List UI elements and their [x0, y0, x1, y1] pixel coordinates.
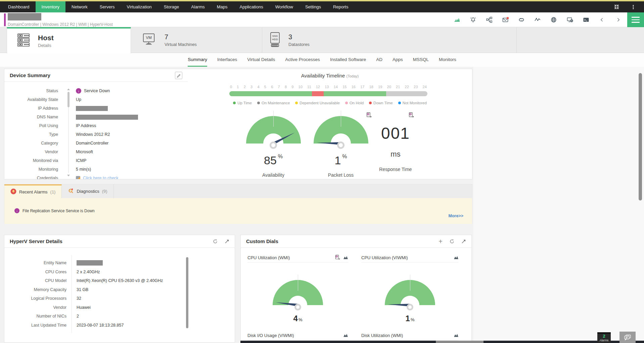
hyperv-scrollbar[interactable]	[186, 257, 188, 328]
response-time-value: 001	[362, 124, 429, 142]
nav-item-virtualization[interactable]: Virtualization	[121, 1, 158, 12]
alarm-message: File Replication Service Service is Down	[22, 209, 95, 213]
hour-tick: 12	[316, 85, 320, 89]
hour-tick: 22	[405, 85, 409, 89]
nav-item-reports[interactable]: Reports	[327, 1, 355, 12]
horizontal-scrollbar-thumb[interactable]	[436, 341, 484, 343]
tab-mssql[interactable]: MSSQL	[413, 53, 429, 67]
expand-icon[interactable]	[461, 239, 466, 244]
nav-item-inventory[interactable]: Inventory	[36, 1, 65, 12]
topology-icon[interactable]	[486, 16, 493, 23]
nav-item-dashboard[interactable]: Dashboard	[2, 1, 36, 12]
terminal-icon[interactable]	[582, 16, 590, 23]
remote-desktop-disabled-icon[interactable]	[566, 16, 573, 23]
alarm-message-row[interactable]: ↓ File Replication Service Service is Do…	[14, 208, 95, 213]
vm-label: Virtual Machines	[165, 42, 197, 47]
nav-item-applications[interactable]: Applications	[234, 1, 269, 12]
graph-icon[interactable]	[454, 255, 459, 261]
tab-active-processes[interactable]: Active Processes	[285, 53, 320, 67]
nav-item-settings[interactable]: Settings	[299, 1, 327, 12]
field-row-last-updated-time: Last Updated Time2023-08-07 18:13:28.857	[4, 321, 235, 330]
report-icon[interactable]	[335, 254, 340, 261]
recent-alarms-label: Recent Alarms	[19, 189, 48, 194]
tab-installed-software[interactable]: Installed Software	[330, 53, 366, 67]
horizontal-scrollbar[interactable]	[240, 341, 644, 343]
response-time-unit: ms	[362, 150, 429, 159]
graph-icon[interactable]	[343, 255, 348, 261]
chat-icon[interactable]	[619, 332, 636, 343]
host-rack-icon	[16, 33, 31, 49]
alarm-badge-label: Alarms	[597, 339, 611, 342]
graph-icon[interactable]	[343, 333, 348, 339]
field-row-dns-name: DNS Name	[4, 113, 188, 121]
chevron-left-icon[interactable]	[598, 16, 606, 23]
hour-tick: 2	[244, 85, 246, 89]
nav-item-workflow[interactable]: Workflow	[269, 1, 299, 12]
add-dial-button[interactable]: +	[439, 238, 443, 245]
tab-virtual-details[interactable]: Virtual Details	[247, 53, 275, 67]
field-value	[77, 260, 103, 266]
hamburger-menu-button[interactable]	[627, 12, 644, 27]
field-value: ICMP	[76, 158, 86, 163]
tab-interfaces[interactable]: Interfaces	[217, 53, 237, 67]
alarm-count-badge[interactable]: 2 Alarms	[597, 332, 611, 343]
nav-item-maps[interactable]: Maps	[211, 1, 234, 12]
entity-card-host[interactable]: Host Details	[7, 27, 131, 53]
availability-gauge	[246, 116, 301, 144]
alarm-bell-badge-icon	[10, 188, 16, 195]
field-value	[76, 115, 138, 120]
nav-item-storage[interactable]: Storage	[158, 1, 185, 12]
refresh-icon[interactable]	[449, 239, 455, 244]
field-label: Status	[4, 89, 58, 93]
compress-icon[interactable]	[613, 4, 620, 10]
mail-notification-icon[interactable]	[502, 16, 509, 23]
expand-icon[interactable]	[225, 239, 229, 244]
tab-diagnostics[interactable]: Diagnostics (9)	[62, 184, 113, 198]
more-link[interactable]: More>>	[449, 214, 463, 218]
hour-tick: 13	[325, 85, 329, 89]
pulse-monitor-icon[interactable]	[534, 16, 541, 23]
link-dependency-icon[interactable]	[518, 16, 525, 23]
hour-tick: 1	[237, 85, 239, 89]
field-label: Type	[4, 132, 58, 137]
report-icon[interactable]	[408, 112, 414, 119]
tab-ad[interactable]: AD	[376, 53, 382, 67]
nav-item-alarms[interactable]: Alarms	[185, 1, 211, 12]
hour-tick: 3	[250, 85, 252, 89]
globe-icon[interactable]	[550, 16, 557, 23]
dial-title-row: Disk I/O Usage (VIWMI)	[247, 332, 348, 340]
device-summary-header: Device Summary	[4, 69, 188, 82]
availability-timeline-bar	[229, 91, 427, 96]
field-text: 2 x 2.40GHz	[77, 270, 100, 274]
performance-chart-icon[interactable]	[453, 16, 461, 23]
tab-apps[interactable]: Apps	[393, 53, 403, 67]
graph-icon[interactable]	[454, 333, 459, 339]
legend-dependent-unavailable: Dependent Unavailable	[295, 101, 340, 105]
alarm-bell-icon[interactable]	[469, 16, 477, 23]
field-text: 5 min(s)	[76, 167, 91, 172]
dial-title-row: Disk Utilization (WMI)	[361, 332, 459, 340]
legend-dot	[369, 102, 372, 104]
field-row-type: TypeWindows 2012 R2	[4, 130, 188, 139]
entity-card-virtual-machines[interactable]: VM 7 Virtual Machines	[131, 27, 262, 53]
device-summary-scrollbar[interactable]	[66, 89, 71, 176]
availability-value: 85%	[240, 154, 307, 167]
tab-recent-alarms[interactable]: Recent Alarms (1)	[4, 184, 62, 198]
edit-icon[interactable]	[175, 72, 182, 79]
field-row-cpu-cores: CPU Cores2 x 2.40GHz	[4, 268, 235, 277]
field-label: Logical Processors	[4, 296, 66, 301]
hour-tick: 23	[414, 85, 418, 89]
refresh-icon[interactable]	[213, 239, 218, 244]
credentials-link[interactable]: Click here to check	[83, 176, 119, 179]
nav-item-servers[interactable]: Servers	[94, 1, 121, 12]
device-header-bar: DomainController | Windows 2012 R2 | WMI…	[0, 12, 644, 27]
field-value: Click here to check	[76, 176, 119, 179]
nav-item-network[interactable]: Network	[65, 1, 94, 12]
vertical-scrollbar[interactable]	[639, 73, 642, 201]
overflow-menu-icon[interactable]	[631, 4, 636, 10]
tab-summary[interactable]: Summary	[188, 53, 207, 67]
entity-card-datastores[interactable]: SSD HDD 3 Datastores	[262, 27, 517, 53]
report-icon[interactable]	[366, 112, 372, 119]
chevron-right-icon[interactable]	[614, 16, 622, 23]
tab-monitors[interactable]: Monitors	[439, 53, 456, 67]
